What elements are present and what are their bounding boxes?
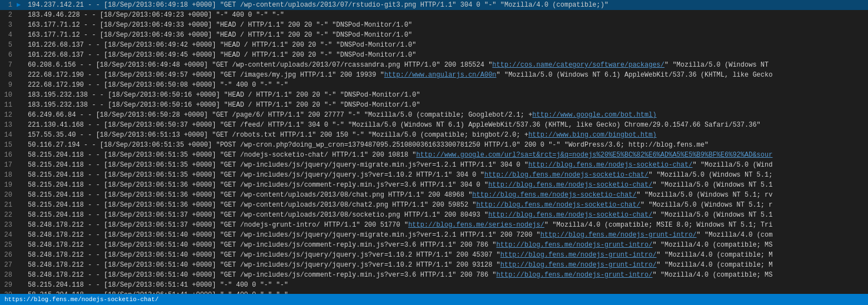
- log-line: 222.68.172.190 - - [18/Sep/2013:06:49:57…: [26, 70, 868, 80]
- referer-link[interactable]: http://blog.fens.me/nodejs-socketio-chat…: [472, 191, 636, 199]
- table-row[interactable]: 5101.226.68.137 - - [18/Sep/2013:06:49:4…: [0, 40, 868, 50]
- row-arrow: [17, 30, 26, 40]
- line-number: 26: [0, 250, 17, 260]
- row-arrow: [17, 80, 26, 90]
- table-row[interactable]: 2183.49.46.228 - - [18/Sep/2013:06:49:23…: [0, 10, 868, 20]
- table-row[interactable]: 14157.55.35.40 - - [18/Sep/2013:06:51:13…: [0, 130, 868, 140]
- row-arrow: [17, 60, 26, 70]
- row-arrow: [17, 200, 26, 210]
- log-line: 222.68.172.190 - - [18/Sep/2013:06:50:08…: [26, 80, 868, 90]
- table-row[interactable]: 1658.215.204.118 - - [18/Sep/2013:06:51:…: [0, 150, 868, 160]
- status-link-hint: https://blog.fens.me/nodejs-socketio-cha…: [4, 296, 158, 303]
- line-number: 6: [0, 50, 17, 60]
- log-line: 58.215.204.118 - - [18/Sep/2013:06:51:35…: [26, 160, 868, 170]
- referer-link[interactable]: http://blog.fens.me/nodejs-grunt-intro/: [497, 271, 653, 279]
- table-row[interactable]: 11183.195.232.138 - - [18/Sep/2013:06:50…: [0, 100, 868, 110]
- line-number: 8: [0, 70, 17, 80]
- table-row[interactable]: 1▶194.237.142.21 - - [18/Sep/2013:06:49:…: [0, 0, 868, 10]
- log-line: 58.215.204.118 - - [18/Sep/2013:06:51:36…: [26, 200, 868, 210]
- referer-link[interactable]: http://cos.name/category/software/packag…: [492, 61, 664, 69]
- log-line: 58.215.204.118 - - [18/Sep/2013:06:51:37…: [26, 210, 868, 220]
- line-number: 2: [0, 10, 17, 20]
- line-number: 9: [0, 80, 17, 90]
- line-number: 17: [0, 160, 17, 170]
- referer-link[interactable]: http://blog.fens.me/nodejs-grunt-intro/: [497, 241, 653, 249]
- referer-link[interactable]: http://blog.fens.me/nodejs-socketio-chat…: [488, 181, 652, 189]
- log-line: 58.248.178.212 - - [18/Sep/2013:06:51:40…: [26, 270, 868, 280]
- referer-link[interactable]: http://blog.fens.me/nodejs-grunt-intro/: [500, 261, 657, 269]
- row-arrow: [17, 240, 26, 250]
- log-line: 183.195.232.138 - - [18/Sep/2013:06:50:1…: [26, 100, 868, 110]
- row-arrow: [17, 160, 26, 170]
- table-row[interactable]: 2658.248.178.212 - - [18/Sep/2013:06:51:…: [0, 250, 868, 260]
- line-number: 24: [0, 230, 17, 240]
- table-row[interactable]: 1858.215.204.118 - - [18/Sep/2013:06:51:…: [0, 170, 868, 180]
- table-row[interactable]: 10183.195.232.138 - - [18/Sep/2013:06:50…: [0, 90, 868, 100]
- line-number: 3: [0, 20, 17, 30]
- row-arrow: [17, 10, 26, 20]
- table-row[interactable]: 1550.116.27.194 - - [18/Sep/2013:06:51:3…: [0, 140, 868, 150]
- table-row[interactable]: 2358.248.178.212 - - [18/Sep/2013:06:51:…: [0, 220, 868, 230]
- log-line: 183.195.232.138 - - [18/Sep/2013:06:50:1…: [26, 90, 868, 100]
- row-arrow: [17, 270, 26, 280]
- table-row[interactable]: 2458.248.178.212 - - [18/Sep/2013:06:51:…: [0, 230, 868, 240]
- row-arrow: [17, 90, 26, 100]
- referer-link[interactable]: http://blog.fens.me/nodejs-socketio-chat…: [528, 161, 692, 169]
- table-row[interactable]: 4163.177.71.12 - - [18/Sep/2013:06:49:36…: [0, 30, 868, 40]
- line-number: 14: [0, 130, 17, 140]
- log-line: 221.130.41.168 - - [18/Sep/2013:06:50:37…: [26, 120, 868, 130]
- line-number: 20: [0, 190, 17, 200]
- table-row[interactable]: 1266.249.66.84 - - [18/Sep/2013:06:50:28…: [0, 110, 868, 120]
- line-number: 13: [0, 120, 17, 130]
- line-number: 7: [0, 60, 17, 70]
- line-number: 22: [0, 210, 17, 220]
- table-row[interactable]: 2858.248.178.212 - - [18/Sep/2013:06:51:…: [0, 270, 868, 280]
- row-arrow: ▶: [17, 0, 26, 10]
- line-number: 23: [0, 220, 17, 230]
- table-row[interactable]: 6101.226.68.137 - - [18/Sep/2013:06:49:4…: [0, 50, 868, 60]
- referer-link[interactable]: http://blog.fens.me/nodejs-socketio-chat…: [488, 211, 652, 219]
- table-row[interactable]: 2758.248.178.212 - - [18/Sep/2013:06:51:…: [0, 260, 868, 270]
- line-number: 19: [0, 180, 17, 190]
- table-row[interactable]: 2958.215.204.118 - - [18/Sep/2013:06:51:…: [0, 280, 868, 290]
- row-arrow: [17, 120, 26, 130]
- referer-link[interactable]: http://www.google.com/bot.html): [532, 111, 656, 119]
- table-row[interactable]: 9222.68.172.190 - - [18/Sep/2013:06:50:0…: [0, 80, 868, 90]
- row-arrow: [17, 70, 26, 80]
- log-line: 58.248.178.212 - - [18/Sep/2013:06:51:40…: [26, 250, 868, 260]
- table-row[interactable]: 1758.215.204.118 - - [18/Sep/2013:06:51:…: [0, 160, 868, 170]
- log-line: 163.177.71.12 - - [18/Sep/2013:06:49:33 …: [26, 20, 868, 30]
- referer-link[interactable]: http://blog.fens.me/nodejs-grunt-intro/: [500, 251, 657, 259]
- row-arrow: [17, 190, 26, 200]
- log-line: 101.226.68.137 - - [18/Sep/2013:06:49:42…: [26, 40, 868, 50]
- line-number: 1: [0, 0, 17, 10]
- referer-link[interactable]: http://blog.fens.me/nodejs-socketio-chat…: [484, 171, 648, 179]
- table-row[interactable]: 13221.130.41.168 - - [18/Sep/2013:06:50:…: [0, 120, 868, 130]
- table-row[interactable]: 2058.215.204.118 - - [18/Sep/2013:06:51:…: [0, 190, 868, 200]
- referer-link[interactable]: http://www.google.com/url?sa=t&rct=j&q=n…: [416, 151, 773, 159]
- line-number: 10: [0, 90, 17, 100]
- referer-link[interactable]: http://www.bing.com/bingbot.htm): [528, 131, 656, 139]
- row-arrow: [17, 40, 26, 50]
- line-number: 21: [0, 200, 17, 210]
- log-line: 66.249.66.84 - - [18/Sep/2013:06:50:28 +…: [26, 110, 868, 120]
- log-line: 163.177.71.12 - - [18/Sep/2013:06:49:36 …: [26, 30, 868, 40]
- line-number: 11: [0, 100, 17, 110]
- row-arrow: [17, 250, 26, 260]
- log-line: 157.55.35.40 - - [18/Sep/2013:06:51:13 +…: [26, 130, 868, 140]
- table-row[interactable]: 2258.215.204.118 - - [18/Sep/2013:06:51:…: [0, 210, 868, 220]
- referer-link[interactable]: http://www.angularjs.cn/A00n: [384, 71, 497, 79]
- table-row[interactable]: 8222.68.172.190 - - [18/Sep/2013:06:49:5…: [0, 70, 868, 80]
- referer-link[interactable]: http://blog.fens.me/series-nodejs/: [408, 221, 544, 229]
- row-arrow: [17, 140, 26, 150]
- table-row[interactable]: 2158.215.204.118 - - [18/Sep/2013:06:51:…: [0, 200, 868, 210]
- referer-link[interactable]: http://blog.fens.me/nodejs-grunt-intro/: [540, 231, 697, 239]
- table-row[interactable]: 3163.177.71.12 - - [18/Sep/2013:06:49:33…: [0, 20, 868, 30]
- table-row[interactable]: 2558.248.178.212 - - [18/Sep/2013:06:51:…: [0, 240, 868, 250]
- table-row[interactable]: 1958.215.204.118 - - [18/Sep/2013:06:51:…: [0, 180, 868, 190]
- referer-link[interactable]: http://blog.fens.me/nodejs-socketio-chat…: [477, 201, 641, 209]
- table-row[interactable]: 760.208.6.156 - - [18/Sep/2013:06:49:48 …: [0, 60, 868, 70]
- line-number: 5: [0, 40, 17, 50]
- row-arrow: [17, 110, 26, 120]
- log-line: 58.215.204.118 - - [18/Sep/2013:06:51:36…: [26, 180, 868, 190]
